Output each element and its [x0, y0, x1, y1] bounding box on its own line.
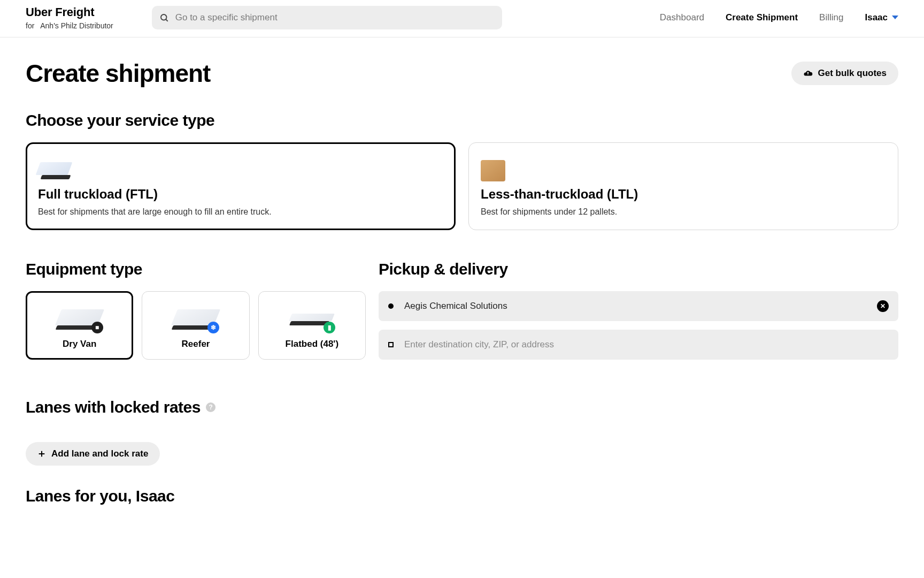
brand-block: Uber Freight for Anh's Philz Distributor [26, 5, 113, 30]
ftl-desc: Best for shipments that are large enough… [38, 207, 443, 217]
service-row: Full truckload (FTL) Best for shipments … [26, 142, 898, 230]
get-bulk-quotes-button[interactable]: Get bulk quotes [791, 62, 898, 85]
equipment-flatbed[interactable]: ▮ Flatbed (48') [258, 291, 366, 360]
org-name: Anh's Philz Distributor [40, 21, 113, 30]
lanes-heading-row: Lanes with locked rates ? [26, 398, 898, 416]
equipment-reefer[interactable]: ❄ Reefer [142, 291, 249, 360]
search-icon [159, 13, 169, 22]
pickup-column: Pickup & delivery Aegis Chemical Solutio… [379, 260, 898, 368]
equipment-heading: Equipment type [26, 260, 366, 278]
two-col: Equipment type ■ Dry Van ❄ Reefer [26, 260, 898, 368]
for-prefix: for [26, 21, 34, 30]
ltl-title: Less-than-truckload (LTL) [481, 187, 886, 202]
service-card-ftl[interactable]: Full truckload (FTL) Best for shipments … [26, 142, 456, 230]
dry-van-badge-icon: ■ [91, 322, 103, 333]
bulk-button-label: Get bulk quotes [818, 68, 887, 79]
flatbed-icon: ▮ [290, 302, 333, 332]
pickup-heading: Pickup & delivery [379, 260, 898, 278]
pickup-origin-row[interactable]: Aegis Chemical Solutions ✕ [379, 291, 898, 321]
user-menu[interactable]: Isaac [865, 12, 898, 23]
reefer-icon: ❄ [174, 302, 217, 332]
nav-billing[interactable]: Billing [819, 12, 843, 23]
service-heading: Choose your service type [26, 111, 898, 130]
destination-square-icon [388, 342, 394, 347]
equipment-dry-van[interactable]: ■ Dry Van [26, 291, 133, 360]
add-lane-button[interactable]: Add lane and lock rate [26, 442, 160, 466]
lanes-section: Lanes with locked rates ? Add lane and l… [26, 398, 898, 505]
destination-input[interactable] [404, 339, 889, 350]
page: Create shipment Get bulk quotes Choose y… [0, 37, 924, 505]
upload-cloud-icon [803, 69, 813, 78]
truck-icon [38, 155, 443, 181]
brand: Uber Freight [26, 5, 113, 19]
close-icon: ✕ [880, 302, 886, 310]
clear-origin-button[interactable]: ✕ [877, 300, 889, 312]
lanes-heading: Lanes with locked rates [26, 398, 201, 416]
ftl-title: Full truckload (FTL) [38, 187, 443, 202]
search-wrap [152, 6, 502, 29]
nav-create-shipment[interactable]: Create Shipment [726, 12, 798, 23]
search-input[interactable] [152, 6, 502, 29]
service-card-ltl[interactable]: Less-than-truckload (LTL) Best for shipm… [468, 142, 898, 230]
box-icon [481, 155, 886, 181]
equipment-row: ■ Dry Van ❄ Reefer ▮ Flatbed [26, 291, 366, 360]
title-row: Create shipment Get bulk quotes [26, 59, 898, 88]
add-lane-label: Add lane and lock rate [51, 448, 148, 459]
help-icon[interactable]: ? [206, 402, 215, 412]
equipment-column: Equipment type ■ Dry Van ❄ Reefer [26, 260, 366, 368]
dry-van-label: Dry Van [63, 339, 96, 349]
page-title: Create shipment [26, 59, 210, 88]
brand-subtitle: for Anh's Philz Distributor [26, 21, 113, 30]
flatbed-label: Flatbed (48') [286, 339, 338, 349]
reefer-label: Reefer [182, 339, 210, 349]
top-nav: Dashboard Create Shipment Billing Isaac [660, 12, 898, 23]
ltl-desc: Best for shipments under 12 pallets. [481, 207, 886, 217]
plus-icon [37, 450, 46, 458]
origin-value: Aegis Chemical Solutions [404, 301, 877, 311]
dry-van-icon: ■ [58, 302, 101, 332]
lanes-for-you-heading: Lanes for you, Isaac [26, 487, 898, 505]
user-name: Isaac [865, 12, 888, 23]
header: Uber Freight for Anh's Philz Distributor… [0, 0, 924, 37]
chevron-down-icon [892, 16, 898, 19]
svg-point-0 [161, 14, 167, 20]
nav-dashboard[interactable]: Dashboard [660, 12, 704, 23]
origin-dot-icon [388, 303, 394, 309]
svg-line-1 [166, 19, 167, 21]
pickup-destination-row[interactable] [379, 330, 898, 360]
flatbed-badge-icon: ▮ [324, 322, 335, 333]
reefer-badge-icon: ❄ [207, 322, 219, 333]
